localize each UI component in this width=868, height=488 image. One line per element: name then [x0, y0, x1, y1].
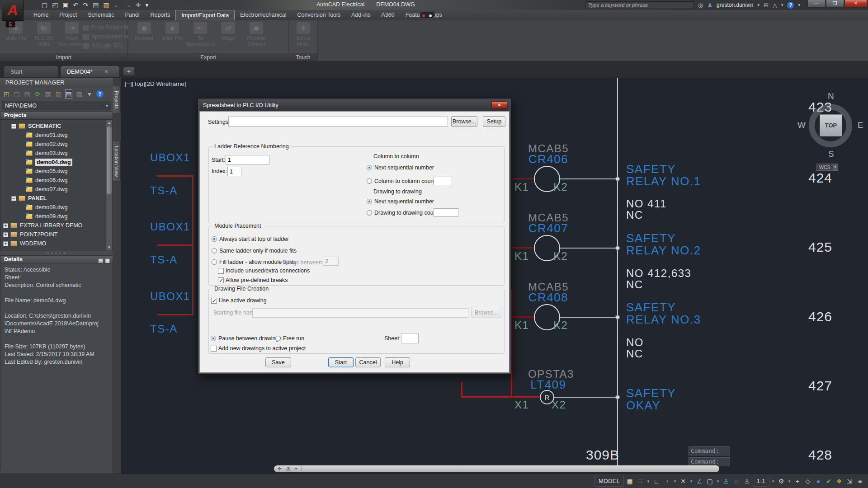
- signed-in-user[interactable]: greston.dunivin: [717, 2, 753, 8]
- copy-project-icon[interactable]: ▥: [55, 90, 62, 98]
- tree-expander[interactable]: −: [11, 196, 16, 201]
- tree-item[interactable]: + WDDEMO: [0, 239, 113, 248]
- open-button[interactable]: ◰: [52, 0, 58, 9]
- tree-item[interactable]: demo09.dwg: [0, 212, 113, 221]
- tree-item[interactable]: − SCHEMATIC: [0, 122, 113, 131]
- free-run-radio[interactable]: [275, 336, 281, 341]
- convert-dwg-icon[interactable]: ❖: [835, 476, 844, 487]
- minimize-button[interactable]: —: [807, 0, 826, 8]
- customization-menu-icon[interactable]: ≡: [855, 476, 864, 487]
- graphics-performance-icon[interactable]: ●: [814, 476, 823, 487]
- undo-button[interactable]: ↶: [73, 0, 79, 9]
- use-active-drawing-checkbox[interactable]: [211, 298, 217, 304]
- tree-item[interactable]: + EXTRA LIBRARY DEMO: [0, 221, 113, 230]
- isolate-objects-icon[interactable]: ◇: [803, 476, 812, 487]
- chevron-down-icon[interactable]: ▾: [103, 103, 111, 108]
- cancel-button[interactable]: Cancel: [355, 357, 381, 367]
- tab-reports[interactable]: Reports: [145, 10, 176, 20]
- back-button[interactable]: ←: [114, 0, 120, 9]
- recent-projects-icon[interactable]: ▤: [24, 90, 31, 98]
- workspace-dropdown-icon[interactable]: ▾: [787, 476, 792, 487]
- inventor-export-button[interactable]: ◉ Inventor: [131, 22, 157, 47]
- tree-item[interactable]: demo08.dwg: [0, 203, 113, 212]
- tree-item[interactable]: demo07.dwg: [0, 185, 113, 194]
- from-spreadsheet-button[interactable]: ⇥ From Spreadsheet: [59, 22, 85, 47]
- drawing-count-input[interactable]: [434, 208, 458, 217]
- compass-north[interactable]: N: [828, 91, 834, 101]
- compass-west[interactable]: W: [797, 120, 806, 130]
- paste-button[interactable]: ▥: [103, 0, 109, 9]
- fill-ladder-radio[interactable]: [212, 259, 217, 265]
- drawing-count-radio[interactable]: [367, 210, 372, 216]
- annotation-scale-value[interactable]: 1:1: [753, 476, 769, 487]
- details-preview-icon[interactable]: ▦: [105, 257, 110, 264]
- close-tab-icon[interactable]: ✕: [104, 69, 108, 75]
- help-dropdown-icon[interactable]: ▾: [798, 3, 800, 7]
- tab-import-export-data[interactable]: Import/Export Data: [175, 10, 235, 20]
- ortho-mode-icon[interactable]: ✕: [679, 476, 688, 487]
- compass-east[interactable]: E: [858, 120, 863, 130]
- plot-project-icon[interactable]: ▨: [75, 90, 83, 98]
- phoenix-contact-button[interactable]: ▣ Phoenix Contact: [243, 22, 269, 47]
- scale-dropdown-icon[interactable]: ▾: [771, 476, 775, 487]
- toolbar-dropdown-icon[interactable]: ▾: [86, 90, 93, 98]
- details-doc-icon[interactable]: ▤: [98, 257, 103, 264]
- trusted-dwg-icon[interactable]: ✔: [824, 476, 833, 487]
- dialog-close-button[interactable]: ×: [491, 101, 507, 109]
- redo-button[interactable]: ↷: [83, 0, 88, 9]
- chevron-down-icon[interactable]: ▾: [833, 164, 838, 171]
- dialog-title[interactable]: Spreadsheet to PLC I/O Utility: [199, 100, 509, 111]
- save-button[interactable]: Save: [265, 357, 291, 367]
- refresh-icon[interactable]: ⟳: [34, 90, 41, 98]
- compass-south[interactable]: S: [828, 149, 834, 159]
- scroll-up-icon[interactable]: ▲: [106, 120, 112, 126]
- navbar-dropdown-icon[interactable]: ▾: [295, 465, 297, 472]
- selection-cycling-icon[interactable]: ▢: [705, 476, 714, 487]
- command-line[interactable]: Command:: [689, 457, 730, 466]
- annotation-autoscale-icon[interactable]: ♘: [732, 476, 741, 487]
- command-line[interactable]: Command:: [689, 446, 730, 455]
- help-button[interactable]: Help: [385, 357, 410, 367]
- scrollbar-thumb[interactable]: [107, 127, 112, 194]
- tab-demo04[interactable]: DEMO04* ✕: [60, 66, 120, 78]
- tree-expander[interactable]: +: [3, 241, 8, 246]
- select-mode-button[interactable]: ✛ Select Mode: [292, 22, 315, 47]
- tree-item[interactable]: demo05.dwg: [0, 167, 113, 176]
- qnew-button[interactable]: ▢: [42, 0, 47, 9]
- ortho-dropdown-icon[interactable]: ▾: [689, 476, 693, 487]
- new-project-icon[interactable]: ▢: [13, 90, 20, 98]
- settings-input[interactable]: [228, 117, 448, 127]
- touch-tool-button[interactable]: ✛: [136, 0, 141, 9]
- details-toggle-icon[interactable]: ▤: [65, 89, 72, 99]
- start-button[interactable]: Start: [328, 357, 354, 367]
- tree-item[interactable]: − PANEL: [0, 194, 113, 203]
- next-sequential-drawing-radio[interactable]: [367, 199, 372, 204]
- search-icon[interactable]: ◎: [698, 2, 703, 9]
- fullscreen-icon[interactable]: ⇲: [845, 476, 854, 487]
- palette-splitter[interactable]: • • • • •: [0, 251, 113, 255]
- close-button[interactable]: ×: [844, 0, 867, 8]
- column-count-input[interactable]: [434, 177, 452, 185]
- browse-settings-button[interactable]: Browse...: [451, 116, 477, 127]
- sheet-input[interactable]: [401, 333, 419, 343]
- snap-mode-icon[interactable]: ∷: [636, 476, 645, 487]
- tab-home[interactable]: Home: [28, 10, 54, 20]
- same-ladder-radio[interactable]: [212, 248, 217, 253]
- always-top-radio[interactable]: [212, 236, 217, 242]
- unity-pro-export-button[interactable]: ◈ Unity Pro: [159, 22, 185, 47]
- help-icon[interactable]: ?: [787, 2, 794, 9]
- annotation-visibility-icon[interactable]: ♙: [722, 476, 731, 487]
- tree-item[interactable]: demo01.dwg: [0, 131, 113, 140]
- tab-panel[interactable]: Panel: [120, 10, 145, 20]
- annotation-scale-icon[interactable]: ♙: [742, 476, 751, 487]
- view-compass[interactable]: N W E S TOP: [803, 99, 858, 153]
- qat-overflow-button[interactable]: ▾: [145, 0, 148, 9]
- tab-a360[interactable]: A360: [376, 10, 400, 20]
- dynamic-input-icon[interactable]: ◔: [662, 476, 671, 487]
- setup-button[interactable]: Setup: [483, 116, 505, 127]
- wago-button[interactable]: ⇄ Wago: [215, 22, 241, 47]
- tab-add-ins[interactable]: Add-ins: [346, 10, 376, 20]
- pause-between-radio[interactable]: [211, 336, 216, 341]
- plot-button[interactable]: ▤: [93, 0, 99, 9]
- object-snap-icon[interactable]: ∠: [695, 476, 704, 487]
